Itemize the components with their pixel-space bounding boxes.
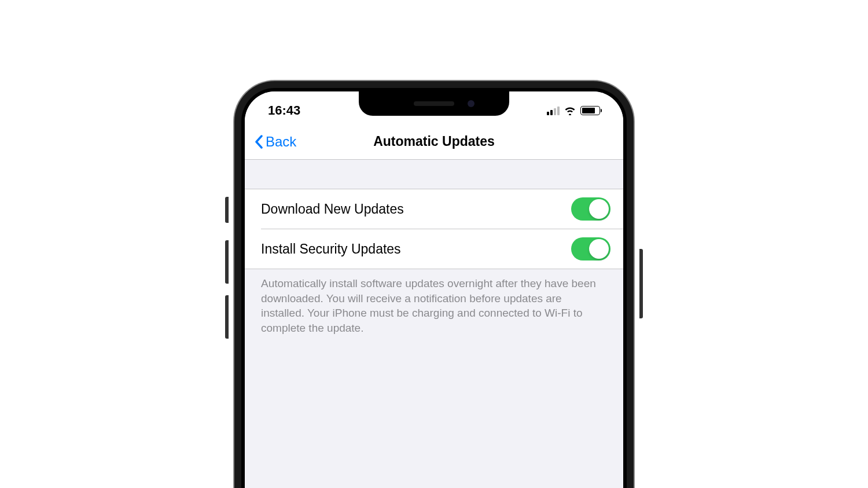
download-new-updates-toggle[interactable] (571, 197, 610, 221)
battery-icon (580, 106, 600, 115)
navigation-bar: Back Automatic Updates (245, 124, 623, 160)
phone-frame: 16:43 (234, 81, 634, 488)
download-new-updates-row: Download New Updates (261, 189, 623, 229)
chevron-left-icon (254, 134, 263, 149)
phone-inner-frame: 16:43 (241, 88, 627, 488)
back-button[interactable]: Back (254, 134, 296, 150)
volume-up-button (225, 240, 229, 284)
back-label: Back (266, 134, 296, 150)
power-button (639, 249, 643, 318)
cellular-signal-icon (547, 107, 560, 115)
status-icons (547, 106, 600, 115)
notch (359, 91, 509, 116)
status-time: 16:43 (268, 103, 300, 118)
install-security-updates-row: Install Security Updates (245, 229, 623, 269)
install-security-updates-label: Install Security Updates (261, 241, 401, 257)
front-camera (468, 100, 475, 107)
volume-down-button (225, 295, 229, 339)
phone-screen: 16:43 (245, 91, 623, 488)
wifi-icon (564, 106, 576, 115)
mute-switch (225, 197, 229, 223)
settings-list: Download New Updates Install Security Up… (245, 189, 623, 269)
page-title: Automatic Updates (373, 134, 495, 149)
download-new-updates-label: Download New Updates (261, 201, 404, 217)
speaker (414, 101, 454, 106)
install-security-updates-toggle[interactable] (571, 237, 610, 260)
settings-footer-text: Automatically install software updates o… (245, 269, 623, 343)
